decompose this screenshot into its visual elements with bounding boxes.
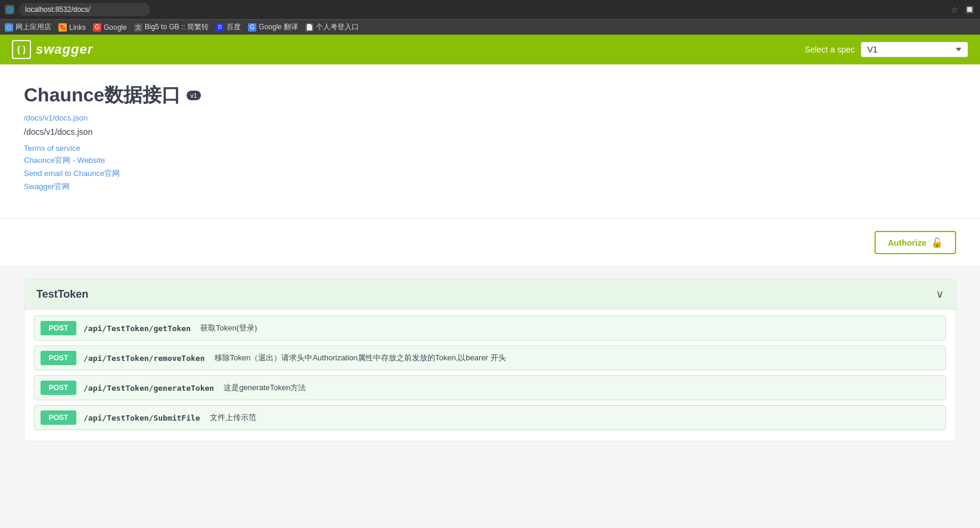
method-badge-post-2: POST [41,351,76,365]
email-link[interactable]: Send email to Chaunce官网 [24,168,956,179]
bookmark-links-label: Links [69,23,86,32]
endpoint-path-gettoken: /api/TestToken/getToken [83,324,191,333]
swagger-logo-icon: { } [12,40,31,59]
bookmarks-bar: ⬡ 网上应用店 🔖 Links G Google 文 Big5 to GB ::… [0,19,980,35]
api-docs-link[interactable]: /docs/v1/docs.json [24,113,956,122]
api-url-text: /docs/v1/docs.json [24,127,956,137]
bookmark-personal-label: 个人考登入口 [316,22,359,32]
endpoint-submitfile[interactable]: POST /api/TestToken/SubmitFile 文件上传示范 [34,405,946,430]
endpoint-generatetoken[interactable]: POST /api/TestToken/generateToken 这是gene… [34,375,946,400]
api-title: Chaunce数据接口 v1 [24,82,956,109]
endpoint-path-generatetoken: /api/TestToken/generateToken [83,384,214,393]
swagger-official-link[interactable]: Swagger官网 [24,181,956,192]
api-groups-container: TestToken ∨ POST /api/TestToken/getToken… [0,267,980,465]
bookmark-google-translate[interactable]: G Google 翻译 [248,22,298,32]
url-bar[interactable]: localhost:8532/docs/ [19,3,150,16]
terms-of-service-link[interactable]: Terms of service [24,144,956,153]
authorize-button[interactable]: Authorize 🔓 [874,231,956,254]
endpoint-removetoken[interactable]: POST /api/TestToken/removeToken 移除Token（… [34,345,946,370]
group-endpoints-testtoken: POST /api/TestToken/getToken 获取Token(登录)… [24,310,956,441]
extension-icon[interactable]: 🔲 [963,4,975,16]
lock-icon: 🔓 [931,237,943,248]
bookmark-apps-label: 网上应用店 [15,22,51,32]
star-icon[interactable]: ☆ [951,5,959,14]
group-title-testtoken: TestToken [36,288,88,301]
version-badge: v1 [187,91,201,100]
group-header-testtoken[interactable]: TestToken ∨ [24,279,956,310]
baidu-icon: 百 [216,23,224,32]
favicon-icon: 🌐 [5,5,14,14]
bookmark-apps[interactable]: ⬡ 网上应用店 [5,22,51,32]
bookmark-big5[interactable]: 文 Big5 to GB :: 简繁转 [134,22,209,32]
bookmark-google-label: Google [104,23,127,32]
endpoint-desc-removetoken: 移除Token（退出）请求头中Authorization属性中存放之前发放的To… [215,353,506,363]
swagger-logo: { } swagger [12,40,93,59]
spec-selector: Select a spec V1 [805,42,968,57]
bookmark-google-translate-label: Google 翻译 [259,22,298,32]
bookmark-baidu-label: 百度 [227,22,241,32]
links-icon: 🔖 [58,23,67,32]
api-title-text: Chaunce数据接口 [24,82,181,109]
swagger-header: { } swagger Select a spec V1 [0,35,980,64]
select-spec-label: Select a spec [805,45,855,54]
endpoint-path-submitfile: /api/TestToken/SubmitFile [83,413,200,422]
browser-chrome: 🌐 localhost:8532/docs/ ☆ 🔲 [0,0,980,19]
authorize-button-label: Authorize [888,238,926,248]
chevron-down-icon: ∨ [936,288,944,301]
bookmark-big5-label: Big5 to GB :: 简繁转 [145,22,209,32]
bookmark-baidu[interactable]: 百 百度 [216,22,241,32]
google-icon: G [93,23,101,32]
main-content: Chaunce数据接口 v1 /docs/v1/docs.json /docs/… [0,64,980,465]
big5-icon: 文 [134,23,142,32]
website-link[interactable]: Chaunce官网 - Website [24,155,956,166]
swagger-logo-text: swagger [36,42,93,57]
url-text: localhost:8532/docs/ [25,5,90,14]
method-badge-post-3: POST [41,381,76,395]
bookmark-links[interactable]: 🔖 Links [58,23,86,32]
google-translate-icon: G [248,23,256,32]
endpoint-desc-gettoken: 获取Token(登录) [200,323,257,334]
method-badge-post: POST [41,321,76,335]
personal-icon: 📄 [305,23,314,32]
bookmark-google[interactable]: G Google [93,23,127,32]
method-badge-post-4: POST [41,410,76,425]
api-info-section: Chaunce数据接口 v1 /docs/v1/docs.json /docs/… [0,64,980,219]
api-group-testtoken: TestToken ∨ POST /api/TestToken/getToken… [24,279,956,441]
endpoint-gettoken[interactable]: POST /api/TestToken/getToken 获取Token(登录) [34,316,946,341]
apps-icon: ⬡ [5,23,13,32]
authorize-bar: Authorize 🔓 [0,219,980,267]
api-links: Terms of service Chaunce官网 - Website Sen… [24,144,956,192]
bookmark-personal[interactable]: 📄 个人考登入口 [305,22,359,32]
endpoint-path-removetoken: /api/TestToken/removeToken [83,354,205,363]
endpoint-desc-generatetoken: 这是generateToken方法 [224,382,306,393]
spec-select-dropdown[interactable]: V1 [861,42,968,57]
endpoint-desc-submitfile: 文件上传示范 [210,412,256,423]
